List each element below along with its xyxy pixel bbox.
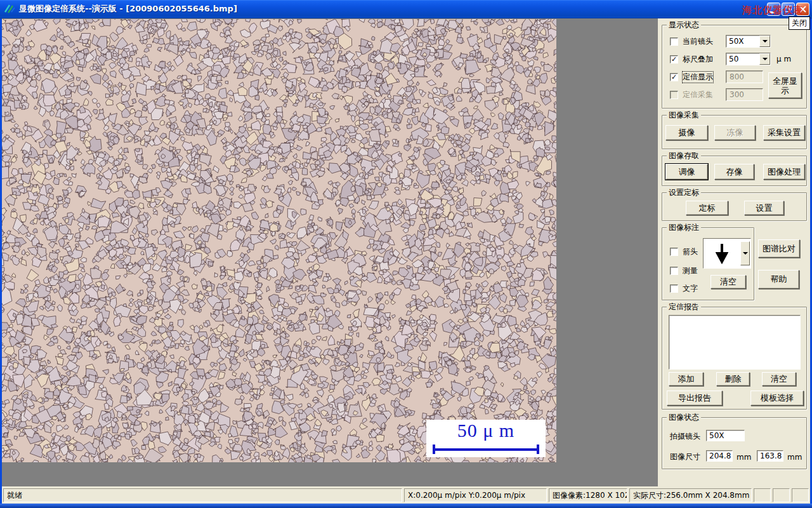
image-process-button[interactable]: 图像处理 [763, 164, 805, 180]
calibrate-button[interactable]: 定标 [686, 201, 728, 215]
group-image-capture-legend: 图像采集 [667, 110, 701, 120]
status-ready: 就绪 [3, 488, 402, 502]
status-pixel-scale: X:0.200μ m/pix Y:0.200μ m/pix [404, 488, 547, 502]
group-report-legend: 定倍报告 [667, 302, 701, 312]
close-tooltip: 关闭 [789, 17, 810, 30]
group-display-status-legend: 显示状态 [667, 20, 701, 30]
group-set-calibration: 设置定标 定标 设置 [662, 192, 807, 221]
group-display-status: 显示状态 当前镜头 50X ✓ 标尺叠加 50 μ m [662, 25, 807, 109]
export-report-button[interactable]: 导出报告 [667, 391, 723, 406]
fixed-display-checkbox[interactable]: ✓ [670, 73, 678, 81]
close-button[interactable] [796, 3, 809, 16]
status-spare-2 [773, 488, 790, 502]
arrow-style-combo[interactable] [703, 238, 751, 269]
window-title: 显微图像定倍系统--演示版 - [20090602055646.bmp] [19, 3, 237, 15]
lens-label: 拍摄镜头 [670, 431, 700, 442]
lens-field[interactable]: 50X [706, 430, 745, 441]
restore-icon [785, 6, 792, 13]
group-image-storage: 图像存取 调像 存像 图像处理 [662, 156, 807, 186]
app-icon [4, 4, 15, 14]
arrow-label: 箭头 [683, 246, 698, 257]
minimize-icon [769, 11, 775, 13]
width-unit-label: mm [737, 453, 751, 462]
report-clear-button[interactable]: 清空 [762, 372, 796, 386]
app-window: 显微图像定倍系统--演示版 - [20090602055646.bmp] 海北仪… [0, 0, 812, 508]
image-size-label: 图像尺寸 [670, 451, 700, 462]
group-image-status-legend: 图像状态 [667, 413, 701, 422]
save-image-button[interactable]: 存像 [714, 164, 754, 180]
ruler-overlay-label: 标尺叠加 [683, 54, 713, 65]
text-checkbox[interactable] [670, 284, 678, 293]
calibration-setup-button[interactable]: 设置 [744, 201, 784, 215]
micrograph-image[interactable] [2, 19, 556, 462]
window-controls [767, 3, 809, 16]
group-set-calibration-legend: 设置定标 [667, 188, 701, 197]
image-width-field[interactable]: 204.8 [706, 450, 733, 462]
scale-bar-line [433, 444, 539, 454]
height-unit-label: mm [787, 453, 802, 462]
title-bar: 显微图像定倍系统--演示版 - [20090602055646.bmp] 海北仪… [0, 0, 812, 18]
report-listbox[interactable] [669, 315, 801, 370]
arrow-style-dropdown[interactable] [740, 241, 750, 265]
down-arrow-glyph [704, 239, 740, 268]
close-icon [799, 6, 806, 13]
ruler-overlay-combo[interactable]: 50 [726, 53, 771, 65]
status-spare-3 [792, 488, 809, 502]
status-actual-size: 实际尺寸:256.0mm X 204.8mm [629, 488, 752, 502]
ruler-overlay-combo-dropdown[interactable] [759, 53, 770, 65]
minimize-button[interactable] [767, 3, 780, 16]
group-image-annotation-legend: 图像标注 [667, 223, 701, 232]
ruler-overlay-combo-value: 50 [726, 53, 759, 65]
report-delete-button[interactable]: 删除 [716, 372, 750, 386]
freeze-button: 冻像 [714, 125, 756, 140]
status-spare-1 [754, 488, 771, 502]
restore-button[interactable] [782, 3, 795, 16]
fixed-display-label: 定倍显示 [683, 72, 713, 83]
scale-bar-overlay: 50 μ m [426, 420, 546, 457]
measure-label: 测量 [683, 265, 698, 276]
help-button[interactable]: 帮助 [758, 270, 799, 289]
status-image-pixels: 图像像素:1280 X 1024 [549, 488, 627, 502]
current-lens-combo-dropdown[interactable] [759, 36, 770, 47]
chevron-down-icon [763, 40, 768, 43]
scale-bar-label: 50 μ m [426, 420, 546, 441]
current-lens-combo[interactable]: 50X [726, 35, 771, 48]
control-panel: 显示状态 当前镜头 50X ✓ 标尺叠加 50 μ m [658, 18, 810, 486]
chevron-down-icon [743, 252, 748, 255]
group-image-status: 图像状态 拍摄镜头 50X 图像尺寸 204.8 mm 163.8 mm [662, 417, 807, 469]
shoot-button[interactable]: 摄像 [665, 125, 708, 140]
current-lens-label: 当前镜头 [683, 36, 713, 47]
current-lens-combo-value: 50X [726, 36, 759, 47]
ruler-overlay-checkbox[interactable]: ✓ [670, 55, 678, 64]
current-lens-checkbox[interactable] [670, 37, 678, 46]
report-add-button[interactable]: 添加 [669, 372, 704, 386]
text-label: 文字 [683, 283, 698, 294]
fixed-capture-label: 定倍采集 [683, 90, 713, 100]
fixed-capture-checkbox [670, 91, 678, 99]
image-viewport: 50 μ m [2, 18, 658, 486]
atlas-compare-button[interactable]: 图谱比对 [758, 239, 800, 258]
annotation-row: 图像标注 箭头 测量 文字 [662, 227, 807, 300]
capture-settings-button[interactable]: 采集设置 [763, 125, 805, 140]
clear-annotation-button[interactable]: 清空 [710, 275, 746, 289]
group-image-storage-legend: 图像存取 [667, 151, 701, 161]
status-bar: 就绪 X:0.200μ m/pix Y:0.200μ m/pix 图像像素:12… [0, 486, 812, 504]
load-image-button[interactable]: 调像 [665, 164, 708, 180]
scale-bar-line-bar [435, 448, 537, 451]
chevron-down-icon [763, 58, 768, 60]
group-image-annotation: 图像标注 箭头 测量 文字 [662, 227, 754, 300]
group-image-capture: 图像采集 摄像 冻像 采集设置 [662, 115, 807, 149]
group-report: 定倍报告 添加 删除 清空 导出报告 模板选择 [662, 307, 807, 410]
template-select-button[interactable]: 模板选择 [750, 391, 804, 406]
fullscreen-button[interactable]: 全屏显示 [768, 72, 802, 98]
image-height-field[interactable]: 163.8 [757, 450, 783, 462]
fixed-display-input: 800 [726, 70, 763, 83]
arrow-checkbox[interactable] [670, 248, 678, 256]
micron-unit-label: μ m [776, 55, 791, 64]
window-bottom-border [0, 504, 812, 508]
fixed-capture-input: 300 [726, 88, 763, 101]
measure-checkbox[interactable] [670, 267, 678, 275]
